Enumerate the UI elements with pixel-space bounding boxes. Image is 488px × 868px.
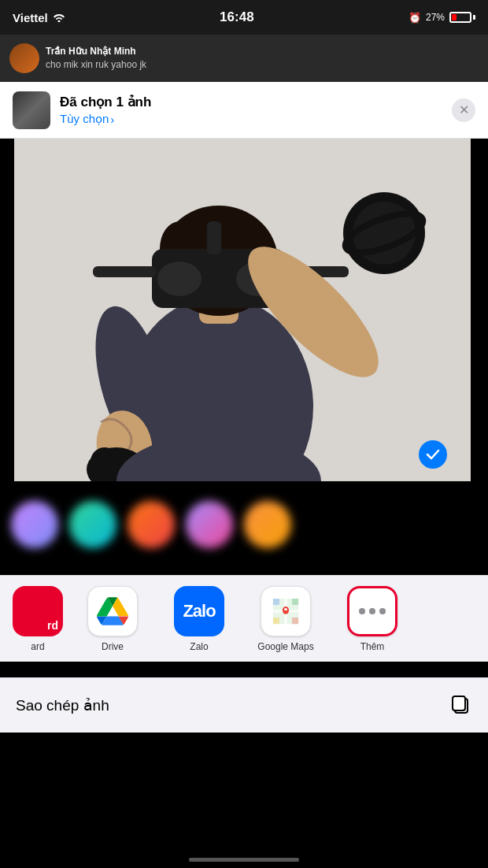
drive-app-icon (87, 586, 138, 636)
zalo-app-icon: Zalo (174, 586, 224, 636)
share-subtitle[interactable]: Tùy chọn › (60, 112, 442, 126)
svg-rect-11 (207, 221, 221, 254)
share-thumbnail (13, 91, 50, 129)
board-app-label: ard (31, 641, 44, 652)
wifi-icon (53, 13, 65, 22)
copy-icon (449, 691, 472, 720)
contact-avatar (128, 501, 175, 548)
time-display: 16:48 (220, 9, 253, 25)
contact-avatar (244, 501, 291, 548)
maps-app-label: Google Maps (257, 641, 313, 652)
board-app-icon: rd (13, 586, 63, 636)
contact-avatar (69, 501, 116, 548)
selected-photo (14, 139, 471, 481)
contact-item[interactable] (128, 501, 175, 548)
notif-name: Trần Hữu Nhật Minh (46, 45, 146, 58)
notification-bar: Trần Hữu Nhật Minh cho mik xin ruk yahoo… (0, 35, 488, 82)
contact-avatar (11, 501, 58, 548)
svg-rect-33 (453, 696, 465, 710)
notif-avatar (9, 43, 39, 73)
contact-item[interactable] (69, 501, 116, 548)
app-item-maps[interactable]: Google Maps (242, 586, 329, 652)
copy-photo-label: Sao chép ảnh (16, 696, 109, 714)
status-bar: Viettel 16:48 ⏰ 27% (0, 0, 488, 35)
alarm-icon: ⏰ (409, 12, 421, 24)
svg-rect-28 (273, 598, 279, 604)
contact-avatar (186, 501, 233, 548)
bottom-action-bar[interactable]: Sao chép ảnh (0, 677, 488, 733)
dot-1 (359, 608, 365, 614)
photo-illustration (14, 139, 471, 481)
home-indicator (189, 858, 299, 862)
dot-2 (369, 608, 375, 614)
app-item-drive[interactable]: Drive (69, 586, 156, 652)
app-item-more[interactable]: Thêm (329, 586, 416, 652)
dot-3 (379, 608, 386, 614)
app-item-zalo[interactable]: Zalo Zalo (156, 586, 242, 652)
more-app-icon[interactable] (347, 586, 397, 636)
share-title: Đã chọn 1 ảnh (60, 94, 442, 110)
share-info: Đã chọn 1 ảnh Tùy chọn › (60, 94, 442, 126)
contact-item[interactable] (11, 501, 58, 548)
svg-rect-29 (292, 598, 298, 604)
battery-icon (449, 12, 475, 23)
carrier-label: Viettel (13, 11, 48, 24)
contacts-row (0, 489, 488, 560)
share-apps-row: rd ard Drive Zalo Zalo (0, 575, 488, 662)
selection-checkmark (419, 440, 447, 469)
svg-rect-30 (273, 618, 279, 624)
more-app-label: Thêm (360, 641, 385, 652)
status-left: Viettel (13, 11, 65, 24)
svg-point-15 (91, 447, 119, 476)
share-header: Đã chọn 1 ảnh Tùy chọn › ✕ (0, 82, 488, 139)
notif-message: cho mik xin ruk yahoo jk (46, 58, 146, 72)
status-right: ⏰ 27% (409, 12, 475, 24)
zalo-app-label: Zalo (190, 641, 208, 652)
maps-app-icon (261, 586, 311, 636)
contact-item[interactable] (186, 501, 233, 548)
close-button[interactable]: ✕ (452, 98, 475, 122)
notif-text: Trần Hữu Nhật Minh cho mik xin ruk yahoo… (46, 45, 146, 72)
svg-rect-9 (93, 266, 156, 277)
battery-percent: 27% (426, 12, 445, 23)
drive-app-label: Drive (102, 641, 124, 652)
svg-rect-31 (292, 618, 298, 624)
app-item-board[interactable]: rd ard (6, 586, 69, 652)
contact-item[interactable] (244, 501, 291, 548)
svg-point-7 (157, 262, 201, 296)
